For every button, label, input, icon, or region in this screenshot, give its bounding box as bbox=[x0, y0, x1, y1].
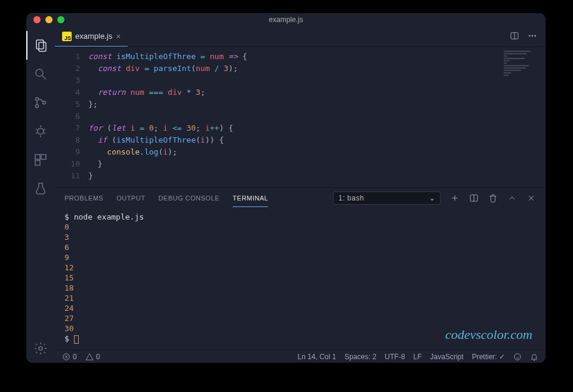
tab-example-js[interactable]: JS example.js × bbox=[55, 26, 128, 47]
panel-tab-bar: PROBLEMSOUTPUTDEBUG CONSOLETERMINAL 1: b… bbox=[55, 188, 546, 208]
terminal-output-line: 6 bbox=[64, 242, 536, 252]
line-number: 9 bbox=[55, 146, 80, 158]
svg-point-17 bbox=[39, 347, 42, 350]
line-number: 10 bbox=[55, 158, 80, 170]
line-number: 11 bbox=[55, 170, 80, 182]
terminal-output-line: 0 bbox=[64, 222, 536, 232]
editor-window: example.js JS example.js × bbox=[26, 13, 546, 363]
terminal-selector[interactable]: 1: bash ⌄ bbox=[333, 192, 440, 205]
status-cursor-position[interactable]: Ln 14, Col 1 bbox=[298, 353, 337, 361]
status-bar: 0 0 Ln 14, Col 1 Spaces: 2 UTF-8 LF Java… bbox=[55, 350, 546, 363]
terminal-output-line: 27 bbox=[64, 313, 536, 323]
code-line[interactable]: console.log(i); bbox=[88, 146, 546, 158]
split-editor-icon[interactable] bbox=[510, 31, 519, 42]
close-tab-icon[interactable]: × bbox=[116, 32, 121, 41]
line-number-gutter: 1234567891011 bbox=[55, 47, 88, 187]
status-formatter[interactable]: Prettier: ✓ bbox=[472, 353, 505, 361]
close-window-button[interactable] bbox=[33, 16, 41, 23]
code-line[interactable]: } bbox=[88, 170, 546, 182]
code-line[interactable]: const div = parseInt(num / 3); bbox=[88, 63, 546, 75]
svg-point-4 bbox=[36, 98, 39, 101]
code-content[interactable]: const isMultipleOfThree = num => { const… bbox=[88, 47, 546, 187]
maximize-panel-icon[interactable] bbox=[507, 193, 517, 203]
svg-point-21 bbox=[532, 35, 533, 36]
debug-icon[interactable] bbox=[26, 117, 55, 146]
svg-rect-16 bbox=[35, 160, 40, 165]
tab-filename: example.js bbox=[75, 32, 112, 41]
svg-rect-1 bbox=[39, 42, 46, 51]
svg-point-7 bbox=[38, 128, 44, 134]
zoom-window-button[interactable] bbox=[57, 16, 64, 23]
line-number: 8 bbox=[55, 134, 80, 146]
panel-tab-terminal[interactable]: TERMINAL bbox=[233, 190, 269, 207]
bottom-panel: PROBLEMSOUTPUTDEBUG CONSOLETERMINAL 1: b… bbox=[55, 187, 546, 350]
close-panel-icon[interactable] bbox=[526, 193, 536, 203]
svg-line-12 bbox=[36, 132, 38, 134]
testing-icon[interactable] bbox=[26, 174, 55, 203]
minimap[interactable] bbox=[504, 51, 542, 78]
terminal-output-line: 3 bbox=[64, 232, 536, 242]
status-language[interactable]: JavaScript bbox=[430, 353, 464, 361]
js-file-icon: JS bbox=[62, 32, 72, 41]
code-line[interactable]: for (let i = 0; i <= 30; i++) { bbox=[88, 122, 546, 134]
window-title: example.js bbox=[26, 16, 546, 24]
kill-terminal-icon[interactable] bbox=[488, 193, 498, 203]
status-indentation[interactable]: Spaces: 2 bbox=[344, 353, 376, 361]
svg-point-2 bbox=[36, 69, 43, 76]
code-line[interactable]: if (isMultipleOfThree(i)) { bbox=[88, 134, 546, 146]
svg-line-11 bbox=[44, 129, 45, 130]
code-line[interactable] bbox=[88, 75, 546, 87]
terminal-output-line: 18 bbox=[64, 283, 536, 293]
status-feedback-icon[interactable] bbox=[513, 353, 522, 361]
more-actions-icon[interactable] bbox=[528, 31, 537, 42]
extensions-icon[interactable] bbox=[26, 146, 55, 174]
code-line[interactable]: } bbox=[88, 158, 546, 170]
code-line[interactable]: return num === div * 3; bbox=[88, 87, 546, 98]
line-number: 5 bbox=[55, 98, 80, 110]
window-controls bbox=[26, 16, 64, 23]
terminal-output-line: 12 bbox=[64, 263, 536, 273]
panel-tab-output[interactable]: OUTPUT bbox=[116, 190, 145, 206]
line-number: 1 bbox=[55, 51, 80, 63]
split-terminal-icon[interactable] bbox=[469, 193, 479, 203]
status-errors[interactable]: 0 bbox=[62, 353, 77, 361]
svg-rect-14 bbox=[35, 155, 40, 159]
code-editor[interactable]: 1234567891011 const isMultipleOfThree = … bbox=[55, 47, 546, 187]
line-number: 2 bbox=[55, 63, 80, 75]
terminal-command-line: $ node example.js bbox=[64, 212, 536, 222]
line-number: 7 bbox=[55, 122, 80, 134]
svg-point-32 bbox=[515, 353, 521, 360]
line-number: 4 bbox=[55, 87, 80, 98]
svg-rect-0 bbox=[36, 40, 44, 49]
minimize-window-button[interactable] bbox=[45, 16, 53, 23]
new-terminal-icon[interactable] bbox=[450, 193, 460, 203]
panel-tab-debug-console[interactable]: DEBUG CONSOLE bbox=[158, 190, 219, 206]
status-warnings[interactable]: 0 bbox=[85, 353, 100, 361]
settings-gear-icon[interactable] bbox=[26, 334, 55, 363]
source-control-icon[interactable] bbox=[26, 88, 55, 117]
svg-point-22 bbox=[535, 35, 536, 36]
panel-tab-problems[interactable]: PROBLEMS bbox=[64, 190, 103, 206]
line-number: 3 bbox=[55, 75, 80, 87]
svg-line-10 bbox=[36, 129, 38, 130]
terminal-cursor bbox=[74, 335, 79, 344]
svg-point-5 bbox=[36, 105, 39, 108]
svg-line-13 bbox=[44, 132, 45, 134]
explorer-icon[interactable] bbox=[26, 31, 55, 60]
status-notifications-icon[interactable] bbox=[530, 353, 538, 361]
titlebar: example.js bbox=[26, 13, 546, 26]
watermark-text: codevscolor.com bbox=[445, 327, 532, 342]
status-eol[interactable]: LF bbox=[414, 353, 422, 361]
svg-rect-15 bbox=[41, 155, 46, 159]
terminal-output-line: 9 bbox=[64, 252, 536, 263]
code-line[interactable]: const isMultipleOfThree = num => { bbox=[88, 51, 546, 63]
code-line[interactable] bbox=[88, 110, 546, 122]
chevron-down-icon: ⌄ bbox=[429, 194, 436, 202]
status-encoding[interactable]: UTF-8 bbox=[385, 353, 405, 361]
terminal-output-line: 24 bbox=[64, 303, 536, 313]
editor-tabs: JS example.js × bbox=[55, 26, 546, 47]
svg-point-20 bbox=[529, 35, 530, 36]
code-line[interactable]: }; bbox=[88, 98, 546, 110]
search-icon[interactable] bbox=[26, 60, 55, 88]
terminal-output-line: 15 bbox=[64, 273, 536, 283]
